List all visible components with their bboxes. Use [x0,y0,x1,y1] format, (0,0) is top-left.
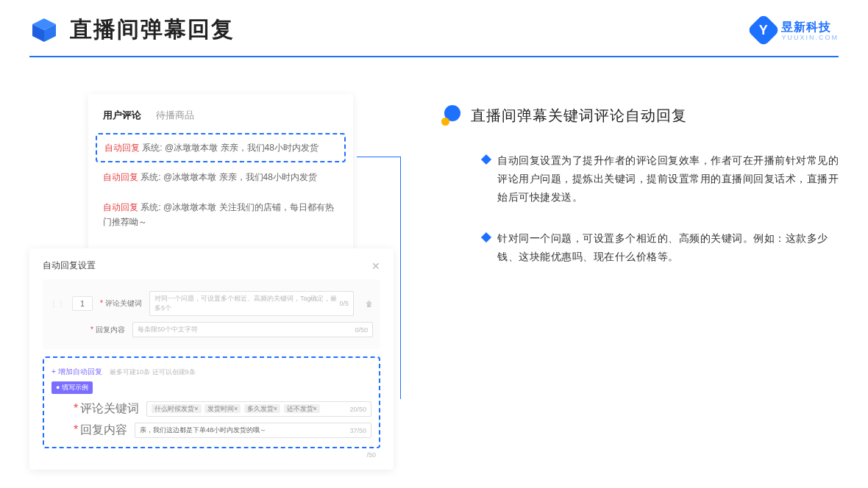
bullet-item: 自动回复设置为了提升作者的评论回复效率，作者可在开播前针对常见的评论用户问题，提… [441,151,839,207]
ex-keyword-input[interactable]: 什么时候发货× 发货时间× 多久发货× 还不发货× 20/50 [146,401,371,417]
bullet-text: 自动回复设置为了提升作者的评论回复效率，作者可在开播前针对常见的评论用户问题，提… [497,151,839,207]
auto-reply-badge: 自动回复 [103,202,138,212]
page-title: 直播间弹幕回复 [70,15,235,45]
settings-card: 自动回复设置 ✕ ⋮⋮ 1 *评论关键词 对同一个问题，可设置多个相近、高频的关… [29,248,394,470]
comment-item: 自动回复 系统: @冰墩墩本墩 亲亲，我们48小时内发货 [103,162,338,192]
trailing-counter: /50 [43,448,380,459]
bullet-text: 针对同一个问题，可设置多个相近的、高频的关键词。例如：这款多少钱、这块能优惠吗、… [497,229,839,266]
settings-title: 自动回复设置 [43,259,96,272]
brand-icon: Y [747,13,780,46]
comment-text: 关注我们的店铺，每日都有热门推荐呦～ [103,202,334,227]
brand-logo: Y 昱新科技 YUUXIN.COM [752,18,839,42]
brand-url: YUUXIN.COM [781,34,839,41]
comment-highlighted: 自动回复 系统: @冰墩墩本墩 亲亲，我们48小时内发货 [96,133,346,162]
ex-content-label: 回复内容 [80,423,127,436]
comment-text: 亲亲，我们48小时内发货 [221,143,319,153]
keyword-counter: 0/5 [339,300,349,307]
close-icon[interactable]: ✕ [371,260,380,272]
auto-reply-badge: 自动回复 [104,143,140,153]
comment-user: @冰墩墩本墩 [163,202,216,212]
comment-item: 自动回复 系统: @冰墩墩本墩 关注我们的店铺，每日都有热门推荐呦～ [103,193,338,237]
keyword-label: 评论关键词 [105,299,142,307]
keyword-pill[interactable]: 还不发货× [284,404,320,413]
sys-prefix: 系统: [142,143,162,153]
example-section: + 增加自动回复 最多可建10条 还可以创建9条 ● 填写示例 *评论关键词 什… [43,356,380,448]
comment-user: @冰墩墩本墩 [165,143,218,153]
keyword-pill[interactable]: 多久发货× [244,404,280,413]
ex-content-input[interactable]: 亲，我们这边都是下单48小时内发货的哦～ 37/50 [135,423,371,438]
content-label: 回复内容 [96,326,125,334]
tab-pending-products[interactable]: 待播商品 [156,109,194,122]
ex-keyword-label: 评论关键词 [80,402,139,415]
drag-handle-icon[interactable]: ⋮⋮ [50,300,65,308]
ex-content-counter: 37/50 [349,427,366,434]
content-placeholder: 每条限50个中文字符 [138,325,198,334]
example-tag: ● 填写示例 [51,381,93,394]
auto-reply-badge: 自动回复 [103,172,138,182]
section-icon [441,105,462,126]
add-hint: 最多可建10条 还可以创建9条 [110,368,196,376]
diamond-icon [481,232,491,242]
keyword-pill[interactable]: 发货时间× [204,404,241,413]
keyword-placeholder: 对同一个问题，可设置多个相近、高频的关键词，Tag确定，最多5个 [154,294,340,313]
ex-content-text: 亲，我们这边都是下单48小时内发货的哦～ [140,426,266,435]
content-input[interactable]: 每条限50个中文字符 0/50 [132,322,373,337]
comment-user: @冰墩墩本墩 [163,172,216,182]
ex-keyword-counter: 20/50 [349,406,366,413]
keyword-input[interactable]: 对同一个问题，可设置多个相近、高频的关键词，Tag确定，最多5个 0/5 [149,291,354,316]
content-counter: 0/50 [355,326,368,334]
add-auto-reply-link[interactable]: + 增加自动回复 [51,367,102,376]
index-box: 1 [72,296,93,311]
tabs: 用户评论 待播商品 [103,109,338,122]
comments-card: 用户评论 待播商品 自动回复 系统: @冰墩墩本墩 亲亲，我们48小时内发货 自… [88,94,353,252]
bullet-item: 针对同一个问题，可设置多个相近的、高频的关键词。例如：这款多少钱、这块能优惠吗、… [441,229,839,266]
trash-icon[interactable]: 🗑 [366,300,373,308]
sys-prefix: 系统: [140,172,160,182]
tab-user-comments[interactable]: 用户评论 [103,109,141,122]
cube-icon [29,15,59,45]
diamond-icon [481,154,491,165]
keyword-pill[interactable]: 什么时候发货× [152,404,201,413]
sys-prefix: 系统: [140,202,160,212]
brand-name: 昱新科技 [781,20,839,35]
section-title: 直播间弹幕关键词评论自动回复 [471,106,687,126]
comment-text: 亲亲，我们48小时内发货 [219,172,317,182]
